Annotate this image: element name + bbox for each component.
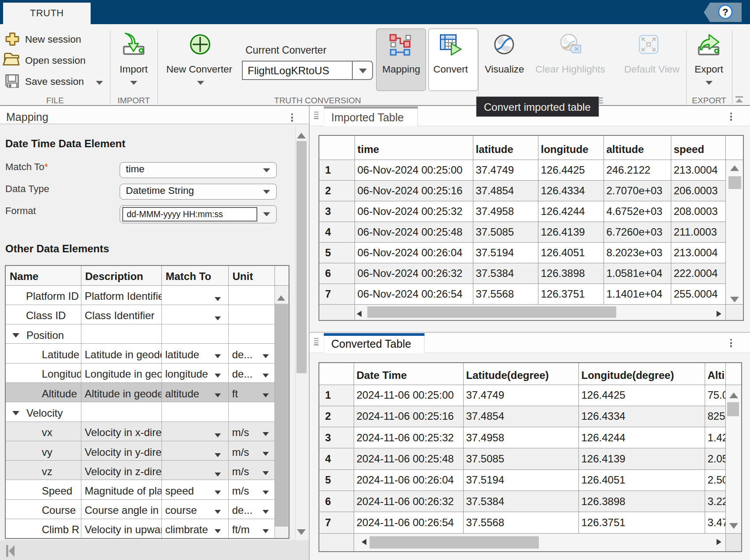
svg-text:?: ? [722,7,728,18]
